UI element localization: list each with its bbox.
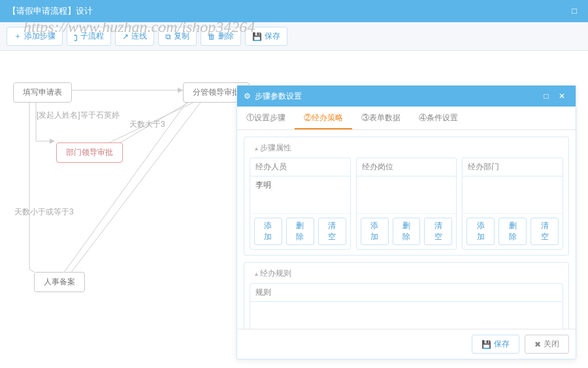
col-position-value[interactable] bbox=[357, 176, 457, 213]
modal-maximize-icon[interactable]: □ bbox=[539, 89, 553, 103]
position-del-button[interactable]: 删除 bbox=[393, 218, 421, 245]
person-add-button[interactable]: 添加 bbox=[254, 218, 282, 245]
col-person: 经办人员 李明 添加 删除 清空 bbox=[250, 158, 351, 250]
toolbar: ＋添加步骤 ງ子流程 ↗连线 ⧉复制 🗑删除 💾保存 bbox=[0, 22, 588, 51]
close-icon: ✖ bbox=[534, 340, 541, 349]
col-rules: 规则 添加 删除 清空 bbox=[250, 283, 563, 329]
person-clear-button[interactable]: 清空 bbox=[318, 218, 346, 245]
footer-close-button[interactable]: ✖关闭 bbox=[525, 335, 569, 354]
save-label: 保存 bbox=[265, 31, 280, 42]
modal-tabbar: ①设置步骤 ②经办策略 ③表单数据 ④条件设置 bbox=[237, 107, 576, 130]
add-step-button[interactable]: ＋添加步骤 bbox=[7, 27, 63, 46]
plus-icon: ＋ bbox=[14, 31, 22, 42]
modal-header: ⚙ 步骤参数设置 □ ✕ bbox=[237, 86, 576, 107]
sub-flow-button[interactable]: ງ子流程 bbox=[67, 27, 111, 46]
trash-icon: 🗑 bbox=[208, 32, 216, 41]
col-rules-value[interactable] bbox=[250, 302, 563, 329]
edge-label-days-gt3: 天数大于3 bbox=[129, 119, 165, 130]
col-rules-label: 规则 bbox=[250, 284, 563, 302]
position-add-button[interactable]: 添加 bbox=[361, 218, 389, 245]
app-header: 【请假申请流程】设计 □ bbox=[0, 0, 588, 22]
svg-marker-1 bbox=[178, 88, 183, 93]
dept-del-button[interactable]: 删除 bbox=[498, 218, 527, 245]
tab-handle-policy[interactable]: ②经办策略 bbox=[295, 107, 352, 129]
save-icon: 💾 bbox=[482, 340, 491, 349]
copy-icon: ⧉ bbox=[165, 32, 171, 41]
fieldset-step-props: 步骤属性 经办人员 李明 添加 删除 清空 经办岗位 添加 删除 bbox=[244, 137, 569, 256]
save-icon: 💾 bbox=[252, 32, 262, 41]
copy-button[interactable]: ⧉复制 bbox=[158, 27, 197, 46]
tab-condition[interactable]: ④条件设置 bbox=[410, 107, 467, 129]
node-hr-record[interactable]: 人事备案 bbox=[34, 272, 85, 292]
sub-flow-label: 子流程 bbox=[80, 31, 104, 42]
modal-title: 步骤参数设置 bbox=[255, 91, 302, 102]
dept-clear-button[interactable]: 清空 bbox=[531, 218, 559, 245]
fieldset-rules: 经办规则 规则 添加 删除 清空 bbox=[244, 262, 569, 329]
col-person-value[interactable]: 李明 bbox=[250, 176, 350, 213]
col-person-label: 经办人员 bbox=[250, 158, 350, 176]
delete-label: 删除 bbox=[218, 31, 234, 42]
legend-step-props: 步骤属性 bbox=[252, 142, 294, 154]
footer-save-button[interactable]: 💾保存 bbox=[472, 335, 519, 354]
header-maximize-icon[interactable]: □ bbox=[568, 5, 580, 17]
connect-label: 连线 bbox=[131, 31, 147, 42]
col-dept: 经办部门 添加 删除 清空 bbox=[462, 158, 563, 250]
edge-label-days-lte3: 天数小于或等于3 bbox=[14, 207, 74, 218]
col-position-label: 经办岗位 bbox=[357, 158, 457, 176]
step-params-modal: ⚙ 步骤参数设置 □ ✕ ①设置步骤 ②经办策略 ③表单数据 ④条件设置 步骤属… bbox=[237, 85, 576, 360]
position-clear-button[interactable]: 清空 bbox=[424, 218, 452, 245]
link-icon: ↗ bbox=[122, 32, 129, 41]
connect-button[interactable]: ↗连线 bbox=[115, 27, 154, 46]
col-dept-label: 经办部门 bbox=[463, 158, 563, 176]
modal-body: 步骤属性 经办人员 李明 添加 删除 清空 经办岗位 添加 删除 bbox=[237, 130, 576, 329]
save-button[interactable]: 💾保存 bbox=[245, 27, 287, 46]
tab-set-step[interactable]: ①设置步骤 bbox=[237, 107, 295, 129]
svg-marker-2 bbox=[50, 139, 55, 144]
dept-add-button[interactable]: 添加 bbox=[466, 218, 495, 245]
branch-icon: ງ bbox=[74, 32, 78, 41]
col-dept-value[interactable] bbox=[463, 176, 563, 213]
node-dept-approval[interactable]: 部门领导审批 bbox=[56, 142, 123, 163]
app-title: 【请假申请流程】设计 bbox=[8, 0, 93, 22]
add-step-label: 添加步骤 bbox=[24, 31, 56, 42]
node-fill-form[interactable]: 填写申请表 bbox=[13, 82, 72, 103]
modal-footer: 💾保存 ✖关闭 bbox=[237, 329, 576, 359]
col-position: 经办岗位 添加 删除 清空 bbox=[356, 158, 457, 250]
modal-close-icon[interactable]: ✕ bbox=[555, 89, 569, 103]
legend-rules: 经办规则 bbox=[252, 268, 294, 279]
gear-icon: ⚙ bbox=[244, 92, 251, 101]
edge-label-initiator: [发起人姓名]等于石英婷 bbox=[37, 110, 120, 121]
svg-line-5 bbox=[59, 98, 189, 280]
person-del-button[interactable]: 删除 bbox=[286, 218, 314, 245]
copy-label: 复制 bbox=[174, 31, 189, 42]
tab-form-data[interactable]: ③表单数据 bbox=[352, 107, 410, 129]
delete-button[interactable]: 🗑删除 bbox=[201, 27, 241, 46]
